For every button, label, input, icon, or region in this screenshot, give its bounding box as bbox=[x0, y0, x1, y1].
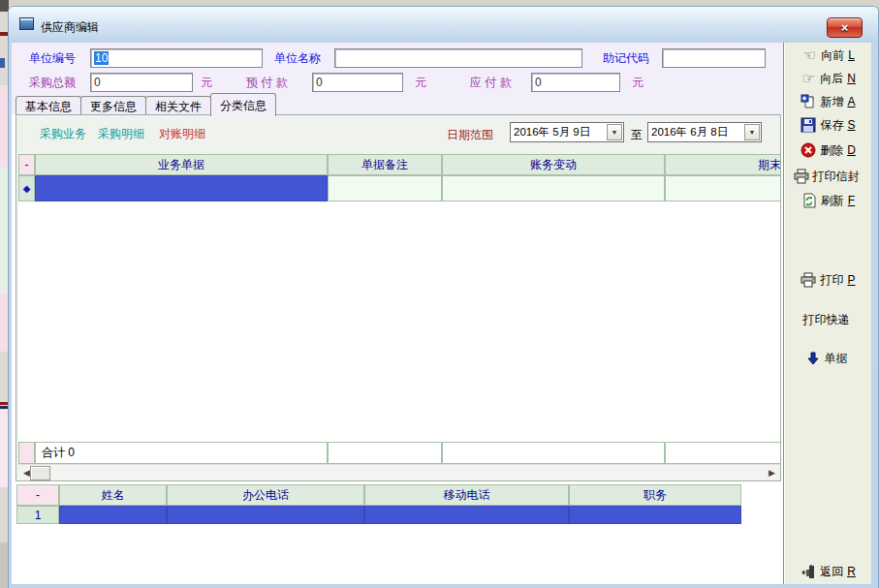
summary-total-cell: 合计 0 bbox=[35, 442, 328, 464]
tab-classification-info[interactable]: 分类信息 bbox=[210, 93, 276, 116]
hand-right-icon: ☞ bbox=[801, 71, 816, 86]
scrollbar-thumb[interactable] bbox=[30, 466, 50, 480]
button-label: 返回 bbox=[820, 564, 843, 580]
button-label: 新增 bbox=[820, 94, 843, 110]
scroll-left-icon[interactable]: ◀ bbox=[23, 468, 30, 478]
button-label: 打印信封 bbox=[813, 169, 860, 185]
save-icon bbox=[801, 117, 816, 133]
delete-button[interactable]: 删除 D bbox=[786, 140, 870, 160]
titlebar[interactable]: 供应商编辑 × bbox=[9, 7, 878, 43]
window-title: 供应商编辑 bbox=[41, 19, 99, 36]
grid-empty-body bbox=[18, 201, 780, 442]
chevron-down-icon[interactable]: ▼ bbox=[744, 124, 760, 140]
column-header-doc-note: 单据备注 bbox=[328, 154, 442, 175]
shortcut-key: R bbox=[847, 565, 856, 578]
prepaid-label: 预 付 款 bbox=[246, 75, 288, 90]
contacts-cell-selected[interactable] bbox=[364, 506, 569, 524]
refresh-button[interactable]: 刷新 F bbox=[786, 191, 870, 210]
save-button[interactable]: 保存 S bbox=[786, 115, 870, 135]
date-to-combobox[interactable]: 2016年 6月 8日 ▼ bbox=[647, 122, 762, 142]
column-header-office-phone: 办公电话 bbox=[167, 484, 364, 506]
print-button[interactable]: 打印 P bbox=[786, 270, 870, 290]
button-label: 刷新 bbox=[821, 193, 844, 209]
grid-cell[interactable] bbox=[328, 175, 442, 201]
scroll-right-icon[interactable]: ▶ bbox=[769, 468, 775, 478]
return-button[interactable]: 返回 R bbox=[786, 562, 870, 581]
date-to-value: 2016年 6月 8日 bbox=[648, 125, 744, 139]
mnemonic-input[interactable] bbox=[662, 48, 766, 68]
link-purchase-business[interactable]: 采购业务 bbox=[40, 126, 86, 142]
button-label: 单据 bbox=[825, 351, 848, 367]
column-header-ending-balance: 期末余额 bbox=[665, 154, 781, 175]
contacts-cell-selected[interactable] bbox=[167, 506, 364, 524]
printer-icon bbox=[794, 169, 809, 184]
tab-more-info[interactable]: 更多信息 bbox=[80, 96, 146, 114]
payable-label: 应 付 款 bbox=[470, 75, 512, 90]
contacts-row-number[interactable]: 1 bbox=[16, 506, 59, 524]
purchase-total-unit: 元 bbox=[201, 75, 212, 90]
summary-cell bbox=[442, 442, 665, 464]
print-envelope-button[interactable]: 打印信封 bbox=[786, 167, 870, 186]
prepaid-unit: 元 bbox=[415, 75, 426, 90]
tab-basic-info[interactable]: 基本信息 bbox=[16, 96, 81, 114]
application-root: 供应商编辑 × 单位编号 10 单位名称 助记代码 采购总额 0 元 预 付 款… bbox=[0, 0, 879, 588]
action-sidebar: ☜ 向前 L ☞ 向后 N 新增 A 保存 S 删除 bbox=[783, 43, 871, 584]
payable-input[interactable]: 0 bbox=[531, 73, 620, 92]
contacts-cell-selected[interactable] bbox=[569, 506, 741, 524]
button-label: 保存 bbox=[820, 117, 843, 134]
date-range-separator: 至 bbox=[631, 127, 643, 143]
purchase-total-label: 采购总额 bbox=[29, 75, 76, 90]
contacts-selector-header: - bbox=[16, 484, 59, 506]
payable-unit: 元 bbox=[632, 75, 644, 90]
date-from-value: 2016年 5月 9日 bbox=[511, 125, 607, 139]
summary-cell bbox=[665, 442, 781, 464]
add-button[interactable]: 新增 A bbox=[786, 92, 870, 111]
unit-no-input[interactable]: 10 bbox=[90, 48, 263, 68]
classification-panel: 采购业务 采购明细 对账明细 日期范围 2016年 5月 9日 ▼ 至 2016… bbox=[16, 114, 781, 481]
prepaid-input[interactable]: 0 bbox=[312, 73, 403, 92]
tab-strip: 基本信息 更多信息 相关文件 分类信息 bbox=[16, 96, 275, 114]
shortcut-key: F bbox=[848, 194, 855, 207]
close-button[interactable]: × bbox=[827, 17, 863, 38]
shortcut-key: N bbox=[847, 72, 856, 85]
shortcut-key: S bbox=[847, 118, 855, 132]
purchase-total-input[interactable]: 0 bbox=[90, 73, 193, 92]
column-header-position: 职务 bbox=[569, 484, 741, 506]
link-purchase-detail[interactable]: 采购明细 bbox=[98, 126, 144, 142]
previous-button[interactable]: ☜ 向前 L bbox=[786, 46, 870, 65]
window-icon bbox=[19, 17, 34, 30]
column-header-account-change: 账务变动 bbox=[442, 154, 665, 175]
column-header-business-doc: 业务单据 bbox=[35, 154, 328, 175]
unit-name-label: 单位名称 bbox=[274, 50, 321, 66]
button-label: 向前 bbox=[821, 47, 844, 64]
unit-name-input[interactable] bbox=[334, 48, 582, 68]
button-label: 删除 bbox=[820, 142, 843, 159]
shortcut-key: A bbox=[847, 95, 855, 108]
shortcut-key: L bbox=[848, 48, 855, 62]
delete-icon bbox=[801, 142, 816, 158]
row-marker-cell[interactable]: ◆ bbox=[18, 175, 35, 201]
date-range-label: 日期范围 bbox=[447, 127, 493, 143]
hand-left-icon: ☜ bbox=[801, 47, 817, 63]
mnemonic-label: 助记代码 bbox=[603, 50, 649, 66]
grid-cell[interactable] bbox=[665, 175, 781, 201]
grid-cell-selected[interactable] bbox=[35, 175, 328, 201]
grid-cell[interactable] bbox=[442, 175, 665, 201]
refresh-icon bbox=[801, 193, 817, 208]
button-label: 打印 bbox=[820, 272, 843, 289]
link-reconcile-detail[interactable]: 对账明细 bbox=[159, 126, 205, 142]
summary-selector-cell bbox=[18, 442, 35, 464]
print-express-button[interactable]: 打印快递 bbox=[786, 310, 870, 329]
contacts-cell-selected[interactable] bbox=[59, 506, 167, 524]
chevron-down-icon[interactable]: ▼ bbox=[607, 124, 622, 140]
column-header-mobile-phone: 移动电话 bbox=[364, 484, 569, 506]
horizontal-scrollbar[interactable]: ◀ ▶ bbox=[18, 464, 780, 480]
date-from-combobox[interactable]: 2016年 5月 9日 ▼ bbox=[510, 122, 624, 142]
next-button[interactable]: ☞ 向后 N bbox=[786, 69, 870, 88]
column-header-name: 姓名 bbox=[59, 484, 167, 506]
document-button[interactable]: 单据 bbox=[786, 349, 870, 368]
tab-related-files[interactable]: 相关文件 bbox=[145, 96, 211, 114]
shortcut-key: P bbox=[847, 273, 855, 287]
unit-no-label: 单位编号 bbox=[29, 50, 76, 66]
selected-text: 10 bbox=[94, 51, 109, 65]
